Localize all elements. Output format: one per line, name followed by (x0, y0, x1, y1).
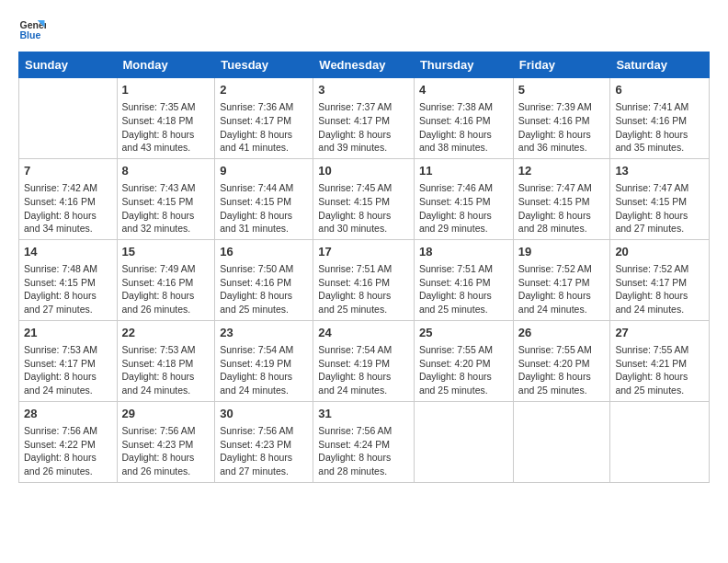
day-info: Sunrise: 7:53 AM (24, 343, 112, 357)
day-info: Sunrise: 7:56 AM (220, 424, 308, 438)
day-number: 16 (220, 244, 308, 260)
day-info: and 31 minutes. (220, 222, 308, 236)
day-info: Sunset: 4:15 PM (518, 195, 606, 209)
day-info: Sunrise: 7:55 AM (518, 343, 606, 357)
day-info: Daylight: 8 hours (220, 289, 308, 303)
svg-text:Blue: Blue (20, 29, 41, 40)
header-day-tuesday: Tuesday (215, 52, 313, 78)
calendar-cell: 7Sunrise: 7:42 AMSunset: 4:16 PMDaylight… (19, 158, 118, 239)
header-day-wednesday: Wednesday (313, 52, 415, 78)
day-info: Daylight: 8 hours (122, 451, 210, 465)
day-info: Sunrise: 7:44 AM (220, 181, 308, 195)
day-info: Sunset: 4:16 PM (24, 195, 112, 209)
day-info: Sunrise: 7:56 AM (318, 424, 409, 438)
day-info: and 25 minutes. (419, 384, 508, 397)
day-number: 29 (122, 406, 210, 422)
day-number: 13 (615, 163, 704, 179)
day-info: Daylight: 8 hours (24, 209, 112, 223)
day-info: Sunrise: 7:35 AM (122, 100, 210, 114)
day-info: Daylight: 8 hours (24, 370, 112, 384)
calendar-cell (19, 78, 118, 159)
day-info: Sunset: 4:15 PM (24, 276, 112, 290)
calendar-cell: 23Sunrise: 7:54 AMSunset: 4:19 PMDayligh… (215, 320, 313, 401)
day-info: and 24 minutes. (122, 384, 210, 397)
day-info: Sunset: 4:15 PM (615, 195, 704, 209)
day-info: and 34 minutes. (24, 222, 112, 236)
calendar-cell: 22Sunrise: 7:53 AMSunset: 4:18 PMDayligh… (117, 320, 215, 401)
calendar-cell: 30Sunrise: 7:56 AMSunset: 4:23 PMDayligh… (215, 401, 313, 482)
day-info: and 24 minutes. (518, 303, 606, 316)
calendar-header-row: SundayMondayTuesdayWednesdayThursdayFrid… (19, 52, 710, 78)
day-info: Sunset: 4:17 PM (615, 276, 704, 290)
day-number: 2 (220, 82, 308, 98)
day-info: and 41 minutes. (220, 141, 308, 155)
day-info: Sunrise: 7:54 AM (220, 343, 308, 357)
day-info: Daylight: 8 hours (220, 451, 308, 465)
calendar-cell: 14Sunrise: 7:48 AMSunset: 4:15 PMDayligh… (19, 239, 118, 320)
day-info: Daylight: 8 hours (318, 209, 409, 223)
day-info: Sunset: 4:17 PM (220, 114, 308, 128)
day-info: Sunset: 4:23 PM (122, 438, 210, 452)
day-info: Daylight: 8 hours (615, 128, 704, 142)
day-info: Sunrise: 7:55 AM (615, 343, 704, 357)
calendar-cell: 16Sunrise: 7:50 AMSunset: 4:16 PMDayligh… (215, 239, 313, 320)
calendar-cell: 10Sunrise: 7:45 AMSunset: 4:15 PMDayligh… (313, 158, 415, 239)
day-info: and 25 minutes. (419, 303, 508, 316)
day-info: Sunset: 4:20 PM (419, 357, 508, 371)
day-info: Sunset: 4:16 PM (518, 114, 606, 128)
day-number: 20 (615, 244, 704, 260)
day-info: Daylight: 8 hours (122, 289, 210, 303)
day-info: Daylight: 8 hours (24, 289, 112, 303)
day-info: Sunset: 4:21 PM (615, 357, 704, 371)
day-info: and 26 minutes. (122, 465, 210, 478)
day-number: 6 (615, 82, 704, 98)
day-number: 18 (419, 244, 508, 260)
day-info: and 36 minutes. (518, 141, 606, 155)
calendar-cell: 3Sunrise: 7:37 AMSunset: 4:17 PMDaylight… (313, 78, 415, 159)
day-info: and 29 minutes. (419, 222, 508, 236)
day-info: Sunset: 4:17 PM (318, 114, 409, 128)
calendar-cell: 17Sunrise: 7:51 AMSunset: 4:16 PMDayligh… (313, 239, 415, 320)
day-info: Sunrise: 7:37 AM (318, 100, 409, 114)
day-info: and 28 minutes. (518, 222, 606, 236)
day-info: Sunset: 4:16 PM (419, 114, 508, 128)
day-info: Daylight: 8 hours (318, 451, 409, 465)
header-day-monday: Monday (117, 52, 215, 78)
calendar-cell: 15Sunrise: 7:49 AMSunset: 4:16 PMDayligh… (117, 239, 215, 320)
day-info: Daylight: 8 hours (518, 289, 606, 303)
day-info: Sunset: 4:22 PM (24, 438, 112, 452)
day-info: Daylight: 8 hours (220, 370, 308, 384)
day-info: and 38 minutes. (419, 141, 508, 155)
day-info: Sunrise: 7:56 AM (122, 424, 210, 438)
day-number: 19 (518, 244, 606, 260)
day-number: 22 (122, 325, 210, 341)
calendar-cell (513, 401, 610, 482)
day-info: Sunrise: 7:48 AM (24, 262, 112, 276)
calendar-cell: 28Sunrise: 7:56 AMSunset: 4:22 PMDayligh… (19, 401, 118, 482)
header: General Blue (18, 15, 710, 42)
day-info: Daylight: 8 hours (518, 209, 606, 223)
logo-icon: General Blue (18, 15, 46, 42)
day-info: Sunrise: 7:49 AM (122, 262, 210, 276)
day-info: Daylight: 8 hours (122, 128, 210, 142)
calendar-cell: 1Sunrise: 7:35 AMSunset: 4:18 PMDaylight… (117, 78, 215, 159)
day-info: Daylight: 8 hours (419, 128, 508, 142)
day-info: and 24 minutes. (318, 384, 409, 397)
day-number: 5 (518, 82, 606, 98)
calendar-week-2: 7Sunrise: 7:42 AMSunset: 4:16 PMDaylight… (19, 158, 710, 239)
calendar-cell: 29Sunrise: 7:56 AMSunset: 4:23 PMDayligh… (117, 401, 215, 482)
logo: General Blue (18, 15, 50, 42)
day-number: 27 (615, 325, 704, 341)
day-info: Sunrise: 7:46 AM (419, 181, 508, 195)
day-info: and 26 minutes. (122, 303, 210, 316)
day-info: Sunset: 4:24 PM (318, 438, 409, 452)
day-info: Daylight: 8 hours (122, 370, 210, 384)
calendar-cell: 13Sunrise: 7:47 AMSunset: 4:15 PMDayligh… (610, 158, 710, 239)
calendar-cell: 4Sunrise: 7:38 AMSunset: 4:16 PMDaylight… (414, 78, 513, 159)
day-number: 9 (220, 163, 308, 179)
calendar-cell: 6Sunrise: 7:41 AMSunset: 4:16 PMDaylight… (610, 78, 710, 159)
page-container: General Blue SundayMondayTuesdayWednesda… (0, 0, 728, 492)
day-info: Daylight: 8 hours (419, 289, 508, 303)
day-info: and 30 minutes. (318, 222, 409, 236)
day-info: and 25 minutes. (615, 384, 704, 397)
